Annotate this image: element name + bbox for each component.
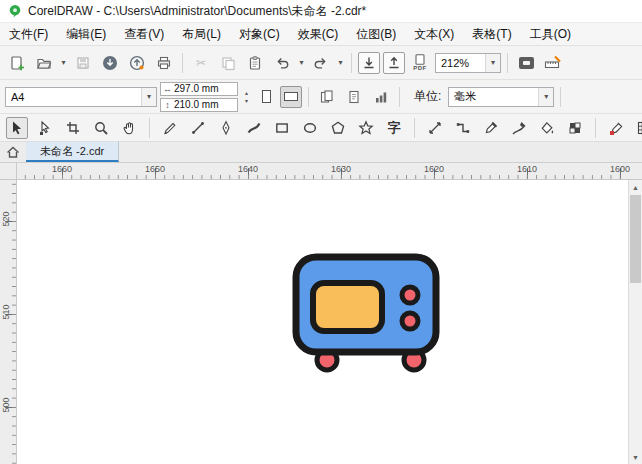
- star-tool-button[interactable]: [355, 117, 377, 139]
- pan-tool-button[interactable]: [118, 117, 140, 139]
- current-page-button[interactable]: [342, 85, 366, 109]
- color-eyedropper-tool-button[interactable]: [605, 117, 627, 139]
- units-dropdown-icon[interactable]: ▾: [538, 88, 553, 106]
- vertical-ruler[interactable]: 520 510 500: [0, 180, 17, 464]
- coreldraw-logo-icon: [8, 4, 22, 18]
- menu-layout[interactable]: 布局(L): [173, 23, 230, 46]
- stepper-up-icon[interactable]: ▴: [241, 90, 252, 96]
- mesh-fill-tool-button[interactable]: [633, 117, 642, 139]
- paste-button[interactable]: [243, 51, 267, 75]
- bezier-tool-button[interactable]: [215, 117, 237, 139]
- menu-tools[interactable]: 工具(O): [521, 23, 580, 46]
- toolbox-divider: [149, 118, 150, 138]
- fullscreen-preview-button[interactable]: [514, 51, 538, 75]
- shape-tool-button[interactable]: [34, 117, 56, 139]
- pdf-label: PDF: [413, 65, 427, 71]
- new-document-button[interactable]: [5, 51, 29, 75]
- freehand-tool-button[interactable]: [159, 117, 181, 139]
- cut-icon: ✂: [196, 56, 206, 70]
- menu-table[interactable]: 表格(T): [463, 23, 520, 46]
- zoom-tool-button[interactable]: [90, 117, 112, 139]
- stepper-down-icon[interactable]: ▾: [241, 98, 252, 104]
- units-combobox[interactable]: 毫米 ▾: [448, 87, 554, 107]
- crop-tool-button[interactable]: [62, 117, 84, 139]
- menu-view[interactable]: 查看(V): [115, 23, 173, 46]
- microwave-screen[interactable]: [313, 283, 382, 331]
- horizontal-ruler[interactable]: 1660 1650 1640 1630 1620 1610 1600: [17, 163, 628, 180]
- outline-pen-tool-button[interactable]: [508, 117, 530, 139]
- scroll-down-button[interactable]: ▼: [629, 450, 642, 464]
- document-canvas[interactable]: [17, 180, 628, 464]
- drawing-scale-button[interactable]: [369, 85, 393, 109]
- drawing-area: 520 510 500 ▲ ▼: [0, 180, 642, 464]
- outline-pen-tool-icon: [511, 120, 527, 136]
- two-point-line-tool-button[interactable]: [187, 117, 209, 139]
- ruler-origin-corner[interactable]: [0, 163, 17, 180]
- polygon-tool-button[interactable]: [327, 117, 349, 139]
- open-dropdown-icon[interactable]: ▾: [59, 58, 68, 67]
- undo-dropdown-icon[interactable]: ▾: [297, 58, 306, 67]
- zoom-level-combobox[interactable]: 212% ▾: [435, 53, 501, 73]
- microwave-button-top[interactable]: [402, 287, 418, 303]
- menu-file[interactable]: 文件(F): [0, 23, 57, 46]
- coreldraw-window: CorelDRAW - C:\Users\Administrator\Docum…: [0, 0, 642, 464]
- copy-button[interactable]: [216, 51, 240, 75]
- ruler-label: 510: [1, 299, 11, 325]
- page-dimensions-stepper[interactable]: ▴ ▾: [241, 90, 252, 104]
- page-width-field[interactable]: ↔ 297.0 mm: [160, 82, 238, 96]
- eyedropper-tool-button[interactable]: [480, 117, 502, 139]
- vertical-scrollbar[interactable]: ▲ ▼: [628, 180, 642, 464]
- menu-bitmaps[interactable]: 位图(B): [347, 23, 405, 46]
- export-button[interactable]: [383, 52, 405, 74]
- menu-edit[interactable]: 编辑(E): [57, 23, 115, 46]
- scrollbar-thumb[interactable]: [630, 195, 641, 283]
- redo-button[interactable]: [309, 51, 333, 75]
- page-height-value: 210.0 mm: [174, 99, 237, 110]
- landscape-orientation-button[interactable]: [280, 86, 302, 108]
- undo-button[interactable]: [270, 51, 294, 75]
- redo-dropdown-icon[interactable]: ▾: [336, 58, 345, 67]
- dimension-tool-button[interactable]: [424, 117, 446, 139]
- save-to-cloud-button[interactable]: [125, 51, 149, 75]
- pick-tool-icon: [9, 120, 25, 136]
- pattern-fill-tool-button[interactable]: [564, 117, 586, 139]
- fill-tool-button[interactable]: [536, 117, 558, 139]
- toolbar-divider: [182, 53, 183, 73]
- units-label: 单位:: [414, 88, 441, 105]
- menu-effects[interactable]: 效果(C): [289, 23, 348, 46]
- save-button[interactable]: [71, 51, 95, 75]
- title-bar[interactable]: CorelDRAW - C:\Users\Administrator\Docum…: [0, 0, 642, 22]
- undo-icon: [274, 55, 290, 71]
- scroll-down-icon: ▼: [632, 454, 639, 461]
- page-size-combobox[interactable]: A4 ▾: [5, 87, 157, 107]
- page-height-field[interactable]: ↕ 210.0 mm: [160, 98, 238, 112]
- paste-icon: [247, 55, 263, 71]
- open-button[interactable]: [32, 51, 56, 75]
- publish-to-pdf-button[interactable]: PDF: [408, 51, 432, 75]
- welcome-screen-button[interactable]: [0, 142, 26, 162]
- connector-tool-button[interactable]: [452, 117, 474, 139]
- microwave-drawing[interactable]: [287, 246, 447, 378]
- all-pages-icon: [319, 89, 335, 105]
- rectangle-tool-button[interactable]: [271, 117, 293, 139]
- property-bar-divider: [399, 87, 400, 107]
- menu-object[interactable]: 对象(C): [230, 23, 289, 46]
- menu-text[interactable]: 文本(X): [405, 23, 463, 46]
- zoom-dropdown-icon[interactable]: ▾: [485, 54, 500, 72]
- ellipse-tool-button[interactable]: [299, 117, 321, 139]
- document-tab[interactable]: 未命名 -2.cdr: [26, 142, 119, 162]
- import-button[interactable]: [358, 52, 380, 74]
- show-rulers-button[interactable]: [541, 51, 565, 75]
- open-from-cloud-button[interactable]: [98, 51, 122, 75]
- cut-button[interactable]: ✂: [189, 51, 213, 75]
- artistic-media-tool-button[interactable]: [243, 117, 265, 139]
- open-folder-icon: [36, 55, 52, 71]
- text-tool-button[interactable]: 字: [383, 117, 405, 139]
- all-pages-button[interactable]: [315, 85, 339, 109]
- page-size-dropdown-icon[interactable]: ▾: [141, 88, 156, 106]
- portrait-orientation-button[interactable]: [255, 86, 277, 108]
- scroll-up-button[interactable]: ▲: [629, 180, 642, 194]
- pick-tool-button[interactable]: [6, 117, 28, 139]
- print-button[interactable]: [152, 51, 176, 75]
- microwave-button-bottom[interactable]: [402, 313, 418, 329]
